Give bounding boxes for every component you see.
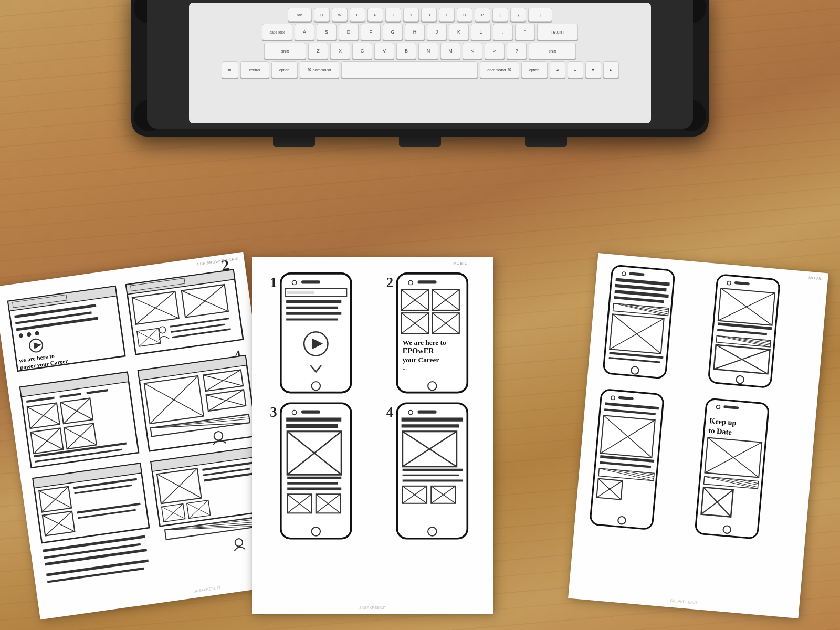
key-command-l: ⌘ command xyxy=(300,61,339,78)
key-d: D xyxy=(339,24,359,40)
key-return: return xyxy=(537,24,578,40)
key-t: T xyxy=(385,8,401,22)
svg-rect-161 xyxy=(418,411,437,414)
svg-point-6 xyxy=(18,333,23,338)
svg-text:your Career: your Career xyxy=(403,356,439,364)
key-tab: tab xyxy=(288,8,312,22)
svg-point-103 xyxy=(235,538,243,547)
svg-rect-121 xyxy=(418,280,437,284)
paper-right-content: MOBIL xyxy=(568,253,828,618)
paper-left: 4 UP BROWSER GRID 2 we are here to power… xyxy=(0,252,290,620)
keyboard: tab Q W E R T Y U I O P { } | caps lock … xyxy=(189,3,651,123)
key-s: S xyxy=(317,24,337,40)
key-o: O xyxy=(457,8,472,22)
svg-line-92 xyxy=(43,537,145,551)
paper-middle: MOBIL 1 2 xyxy=(252,257,494,614)
svg-text:EPOwER: EPOwER xyxy=(403,346,435,355)
key-arrow-d: ▼ xyxy=(585,61,601,78)
svg-text:3: 3 xyxy=(270,404,277,420)
key-l: L xyxy=(471,24,491,40)
laptop-tray: tab Q W E R T Y U I O P { } | caps lock … xyxy=(131,0,709,136)
key-option-l: option xyxy=(271,61,298,78)
key-a: A xyxy=(295,24,314,40)
svg-rect-142 xyxy=(301,411,320,414)
key-u: U xyxy=(421,8,437,22)
svg-text:SNEAKPEEK.IT: SNEAKPEEK.IT xyxy=(670,598,698,605)
key-w: W xyxy=(332,8,348,22)
key-control: control xyxy=(240,61,269,78)
svg-line-47 xyxy=(34,444,127,457)
key-fn: fn xyxy=(222,61,238,78)
key-backslash: | xyxy=(528,8,552,22)
svg-line-5 xyxy=(16,318,98,330)
svg-line-96 xyxy=(47,569,144,582)
key-spacebar xyxy=(341,61,478,78)
key-option-r: option xyxy=(521,61,548,78)
key-arrow-l: ◄ xyxy=(550,61,565,78)
svg-line-33 xyxy=(60,394,81,397)
svg-rect-110 xyxy=(287,291,314,294)
svg-marker-10 xyxy=(34,342,42,349)
paper-left-content: 4 UP BROWSER GRID 2 we are here to power… xyxy=(0,252,290,620)
svg-line-56 xyxy=(203,370,243,391)
keyboard-row-2: caps lock A S D F G H J K L : " return xyxy=(194,24,646,40)
svg-point-22 xyxy=(159,326,166,333)
svg-line-32 xyxy=(26,398,54,402)
svg-text:2: 2 xyxy=(386,275,393,290)
svg-point-8 xyxy=(35,331,39,335)
svg-line-82 xyxy=(157,468,202,503)
key-b: B xyxy=(396,43,416,59)
key-rbracket: } xyxy=(510,8,526,22)
svg-point-65 xyxy=(214,431,224,441)
svg-line-93 xyxy=(44,544,141,558)
key-x: X xyxy=(330,43,350,59)
key-z: Z xyxy=(308,43,328,59)
key-arrow-r: ► xyxy=(603,61,619,78)
svg-point-7 xyxy=(27,332,32,337)
key-shift-r: shift xyxy=(529,43,576,59)
key-comma: < xyxy=(463,43,482,59)
svg-text:SNEAKPEEK.IT: SNEAKPEEK.IT xyxy=(359,605,387,610)
paper-right-svg: Keep up to Date SNEAKPEEK.IT xyxy=(568,253,828,618)
key-p: P xyxy=(475,8,490,22)
key-m: M xyxy=(440,43,460,59)
paper-right: MOBIL xyxy=(568,253,828,618)
key-command-r: command ⌘ xyxy=(480,61,519,78)
key-n: N xyxy=(418,43,438,59)
svg-rect-108 xyxy=(301,280,320,284)
key-quote: " xyxy=(515,24,535,40)
laptop-tray-inner: tab Q W E R T Y U I O P { } | caps lock … xyxy=(147,0,693,129)
svg-text:4: 4 xyxy=(386,404,393,420)
key-period: > xyxy=(485,43,505,59)
svg-line-53 xyxy=(144,376,204,424)
key-k: K xyxy=(449,24,469,40)
key-j: J xyxy=(427,24,447,40)
key-semicolon: : xyxy=(493,24,513,40)
svg-text:1: 1 xyxy=(270,275,277,290)
key-f: F xyxy=(361,24,381,40)
key-i: I xyxy=(439,8,455,22)
keyboard-row-4: fn control option ⌘ command command ⌘ op… xyxy=(194,61,646,78)
key-q: Q xyxy=(314,8,330,22)
key-c: C xyxy=(352,43,372,59)
key-e: E xyxy=(350,8,365,22)
keyboard-row-1: tab Q W E R T Y U I O P { } | xyxy=(194,8,646,22)
key-arrow-u: ▲ xyxy=(568,61,583,78)
key-v: V xyxy=(374,43,394,59)
svg-text:...: ... xyxy=(403,364,407,371)
key-lbracket: { xyxy=(492,8,508,22)
paper-middle-content: MOBIL 1 2 xyxy=(252,257,494,614)
key-y: Y xyxy=(403,8,419,22)
svg-line-59 xyxy=(206,390,246,411)
svg-line-34 xyxy=(87,390,108,393)
key-slash: ? xyxy=(507,43,527,59)
key-capslock: caps lock xyxy=(262,24,292,40)
svg-text:SNEAKPEEK.IT: SNEAKPEEK.IT xyxy=(193,585,221,594)
paper-left-svg: we are here to power your Career xyxy=(0,252,290,620)
key-shift-l: shift xyxy=(264,43,306,59)
keyboard-row-3: shift Z X C V B N M < > ? shift xyxy=(194,43,646,59)
key-g: G xyxy=(383,24,403,40)
paper-middle-svg: 1 2 xyxy=(252,257,494,614)
svg-text:We are here to: We are here to xyxy=(403,339,446,346)
key-r: R xyxy=(368,8,383,22)
